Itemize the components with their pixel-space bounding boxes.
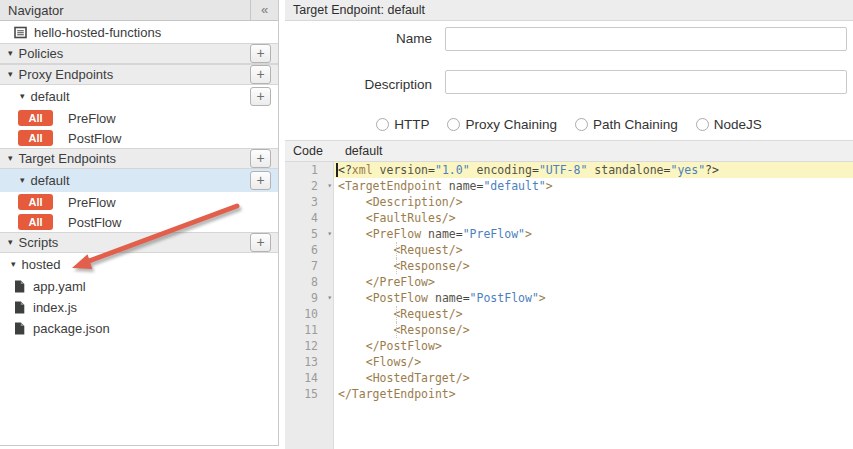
code-line-content: <Flows/> bbox=[334, 354, 853, 370]
line-number-cell: 1 bbox=[285, 162, 334, 178]
name-input[interactable] bbox=[445, 27, 847, 51]
code-line-8: 8 </PreFlow> bbox=[285, 274, 853, 290]
code-line-11: 11 <Response/> bbox=[285, 322, 853, 338]
item-label: Target Endpoints bbox=[19, 151, 117, 166]
code-line-content: <?xml version="1.0" encoding="UTF-8" sta… bbox=[334, 162, 853, 178]
code-line-content: <Response/> bbox=[334, 258, 853, 274]
line-number: 6 bbox=[285, 242, 334, 258]
line-number: 1 bbox=[285, 162, 334, 178]
add-button[interactable]: + bbox=[250, 149, 271, 168]
line-number: 10 bbox=[285, 306, 334, 322]
fold-toggle-icon[interactable]: ▾ bbox=[327, 226, 332, 242]
radio-label: HTTP bbox=[394, 117, 429, 132]
sidebar-item-target-preflow[interactable]: AllPreFlow bbox=[0, 192, 278, 212]
description-input[interactable] bbox=[445, 70, 847, 94]
disclosure-triangle-icon[interactable]: ▾ bbox=[20, 176, 25, 185]
code-line-content: </TargetEndpoint> bbox=[334, 386, 853, 402]
flow-condition-badge: All bbox=[18, 130, 53, 146]
radio-proxy-chaining[interactable]: Proxy Chaining bbox=[447, 117, 557, 132]
item-label: PostFlow bbox=[68, 131, 121, 146]
line-number: 13 bbox=[285, 354, 334, 370]
sidebar-item-file-index-js[interactable]: index.js bbox=[0, 297, 278, 318]
collapse-sidebar-button[interactable]: « bbox=[250, 0, 278, 20]
radio-circle-icon[interactable] bbox=[376, 118, 389, 131]
add-button[interactable]: + bbox=[250, 87, 271, 106]
item-label: default bbox=[31, 173, 70, 188]
sidebar-item-bundle-hello-hosted-functions[interactable]: hello-hosted-functions bbox=[0, 21, 278, 43]
radio-label: NodeJS bbox=[714, 117, 762, 132]
line-number: 11 bbox=[285, 322, 334, 338]
item-label: hello-hosted-functions bbox=[34, 25, 161, 40]
flow-condition-badge: All bbox=[18, 110, 53, 126]
code-line-4: 4 <FaultRules/> bbox=[285, 210, 853, 226]
sidebar-item-proxy-endpoint-default[interactable]: ▾default+ bbox=[0, 85, 278, 108]
sidebar-item-section-proxy-endpoints[interactable]: ▾Proxy Endpoints+ bbox=[0, 64, 278, 85]
bundle-icon bbox=[14, 26, 27, 39]
disclosure-triangle-icon[interactable]: ▾ bbox=[8, 49, 13, 58]
disclosure-triangle-icon[interactable]: ▾ bbox=[20, 92, 25, 101]
apigee-proxy-editor: Navigator « hello-hosted-functions▾Polic… bbox=[0, 0, 853, 449]
code-line-13: 13 <Flows/> bbox=[285, 354, 853, 370]
disclosure-triangle-icon[interactable]: ▾ bbox=[8, 238, 13, 247]
item-label: PostFlow bbox=[68, 215, 121, 230]
radio-path-chaining[interactable]: Path Chaining bbox=[575, 117, 678, 132]
line-number-cell: 2▾ bbox=[285, 178, 334, 194]
code-line-14: 14 <HostedTarget/> bbox=[285, 370, 853, 386]
line-number: 3 bbox=[285, 194, 334, 210]
navigator-panel: Navigator « hello-hosted-functions▾Polic… bbox=[0, 0, 279, 446]
item-label: hosted bbox=[22, 257, 61, 272]
radio-http[interactable]: HTTP bbox=[376, 117, 429, 132]
sidebar-item-proxy-preflow[interactable]: AllPreFlow bbox=[0, 108, 278, 128]
item-label: PreFlow bbox=[68, 195, 116, 210]
sidebar-item-file-package-json[interactable]: package.json bbox=[0, 318, 278, 339]
radio-label: Proxy Chaining bbox=[465, 117, 557, 132]
sidebar-item-file-app-yaml[interactable]: app.yaml bbox=[0, 276, 278, 297]
code-line-15: 15</TargetEndpoint> bbox=[285, 386, 853, 402]
sidebar-item-proxy-postflow[interactable]: AllPostFlow bbox=[0, 128, 278, 148]
sidebar-item-scripts-hosted[interactable]: ▾hosted bbox=[0, 253, 278, 276]
code-line-content: </PreFlow> bbox=[334, 274, 853, 290]
sidebar-item-section-target-endpoints[interactable]: ▾Target Endpoints+ bbox=[0, 148, 278, 169]
sidebar-item-target-postflow[interactable]: AllPostFlow bbox=[0, 212, 278, 232]
line-number-cell: 10 bbox=[285, 306, 334, 322]
disclosure-triangle-icon[interactable]: ▾ bbox=[8, 70, 13, 79]
code-panel-header: Code default bbox=[285, 140, 853, 162]
code-line-3: 3 <Description/> bbox=[285, 194, 853, 210]
fold-toggle-icon[interactable]: ▾ bbox=[327, 178, 332, 194]
add-button[interactable]: + bbox=[250, 44, 271, 63]
sidebar-item-section-policies[interactable]: ▾Policies+ bbox=[0, 43, 278, 64]
code-line-9: 9▾ <PostFlow name="PostFlow"> bbox=[285, 290, 853, 306]
add-button[interactable]: + bbox=[250, 171, 271, 190]
item-label: index.js bbox=[33, 300, 77, 315]
radio-circle-icon[interactable] bbox=[575, 118, 588, 131]
code-line-6: 6 <Request/> bbox=[285, 242, 853, 258]
flow-condition-badge: All bbox=[18, 194, 53, 210]
item-label: app.yaml bbox=[33, 279, 86, 294]
line-number-cell: 6 bbox=[285, 242, 334, 258]
radio-circle-icon[interactable] bbox=[447, 118, 460, 131]
file-icon bbox=[14, 280, 25, 293]
fold-toggle-icon[interactable]: ▾ bbox=[327, 290, 332, 306]
target-endpoint-editor: Target Endpoint: default Name Descriptio… bbox=[285, 0, 853, 449]
line-number-cell: 11 bbox=[285, 322, 334, 338]
item-label: PreFlow bbox=[68, 111, 116, 126]
code-editor[interactable]: 1<?xml version="1.0" encoding="UTF-8" st… bbox=[285, 162, 853, 449]
code-line-content: <Response/> bbox=[334, 322, 853, 338]
item-label: package.json bbox=[33, 321, 110, 336]
disclosure-triangle-icon[interactable]: ▾ bbox=[11, 260, 16, 269]
sidebar-item-target-endpoint-default[interactable]: ▾default+ bbox=[0, 169, 278, 192]
add-button[interactable]: + bbox=[250, 65, 271, 84]
disclosure-triangle-icon[interactable]: ▾ bbox=[8, 154, 13, 163]
code-line-5: 5▾ <PreFlow name="PreFlow"> bbox=[285, 226, 853, 242]
code-label: Code bbox=[293, 144, 323, 158]
add-button[interactable]: + bbox=[250, 233, 271, 252]
code-line-content: <PostFlow name="PostFlow"> bbox=[334, 290, 853, 306]
code-line-12: 12 </PostFlow> bbox=[285, 338, 853, 354]
line-number-cell: 4 bbox=[285, 210, 334, 226]
line-number-cell: 14 bbox=[285, 370, 334, 386]
code-tab-default[interactable]: default bbox=[345, 144, 383, 158]
line-number: 7 bbox=[285, 258, 334, 274]
sidebar-item-section-scripts[interactable]: ▾Scripts+ bbox=[0, 232, 278, 253]
radio-nodejs[interactable]: NodeJS bbox=[696, 117, 762, 132]
radio-circle-icon[interactable] bbox=[696, 118, 709, 131]
